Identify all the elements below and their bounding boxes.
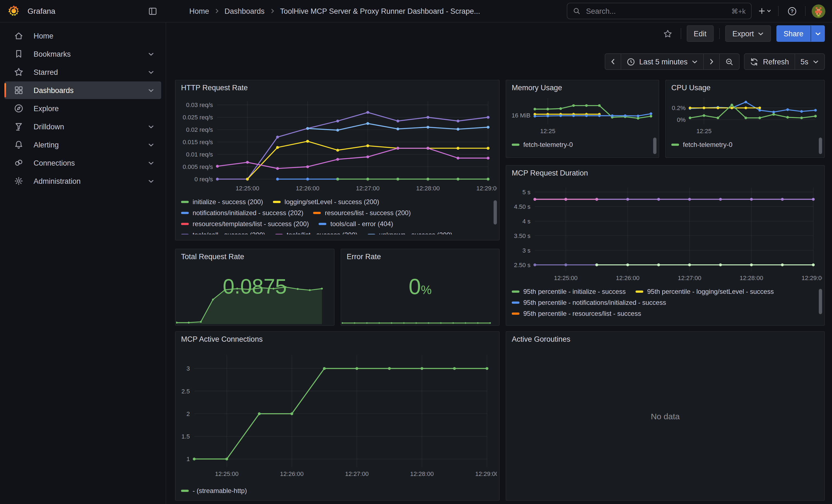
sidebar-item-bookmarks[interactable]: Bookmarks bbox=[4, 45, 161, 63]
edit-button[interactable]: Edit bbox=[686, 25, 714, 42]
sidebar-item-administration[interactable]: Administration bbox=[4, 172, 161, 190]
sidebar-item-drilldown[interactable]: Drilldown bbox=[4, 118, 161, 135]
legend-scrollbar[interactable] bbox=[653, 137, 656, 154]
cpu-usage-chart[interactable]: 12:250.2%0% bbox=[668, 94, 822, 137]
sidebar-item-starred[interactable]: Starred bbox=[4, 63, 161, 81]
svg-text:16 MiB: 16 MiB bbox=[512, 112, 530, 119]
sidebar-item-alerting[interactable]: Alerting bbox=[4, 136, 161, 154]
http-request-rate-chart[interactable]: 12:25:0012:26:0012:27:0012:28:0012:29:00… bbox=[178, 97, 497, 195]
panel-title[interactable]: MCP Request Duration bbox=[506, 166, 824, 181]
share-menu-button[interactable] bbox=[810, 25, 825, 42]
error-rate-sparkline bbox=[342, 314, 498, 325]
legend-series-label: tools/call - error (404) bbox=[331, 220, 393, 228]
panel-title[interactable]: Error Rate bbox=[341, 249, 499, 265]
time-shift-back-button[interactable] bbox=[604, 53, 621, 70]
legend-item[interactable]: initialize - success (200) bbox=[181, 198, 263, 206]
legend-item[interactable]: - (streamable-http) bbox=[181, 487, 247, 495]
breadcrumb-dashboards[interactable]: Dashboards bbox=[225, 7, 265, 15]
grafana-logo-icon[interactable] bbox=[7, 4, 21, 18]
legend-item[interactable]: 95th percentile - logging/setLevel - suc… bbox=[635, 288, 774, 295]
expand-chevron-icon[interactable] bbox=[145, 66, 157, 78]
legend-item[interactable]: tools/list - success (200) bbox=[275, 231, 357, 234]
time-controls: Last 5 minutes Refresh 5s bbox=[166, 53, 832, 71]
chevron-down-icon bbox=[758, 32, 764, 35]
legend-item[interactable]: unknown - success (200) bbox=[368, 231, 452, 234]
legend-scrollbar[interactable] bbox=[494, 200, 497, 224]
legend-item[interactable]: fetch-telemetry-0 bbox=[512, 141, 573, 149]
topbar-actions: ⌘+k ? bbox=[567, 3, 832, 19]
legend-scrollbar[interactable] bbox=[819, 137, 822, 154]
expand-chevron-icon[interactable] bbox=[145, 121, 157, 133]
gear-icon bbox=[14, 176, 24, 186]
dock-menu-icon[interactable] bbox=[145, 4, 160, 18]
dashboard-toolbar: Edit Export Share bbox=[166, 25, 832, 43]
expand-chevron-icon[interactable] bbox=[145, 48, 157, 60]
expand-chevron-icon[interactable] bbox=[145, 139, 157, 151]
sidebar-item-home[interactable]: Home bbox=[4, 27, 161, 45]
chevron-left-icon bbox=[610, 58, 615, 65]
legend-item[interactable]: tools/call - success (200) bbox=[181, 231, 265, 234]
legend-series-label: notifications/initialized - success (202… bbox=[192, 209, 304, 217]
sidebar-item-connections[interactable]: Connections bbox=[4, 154, 161, 172]
sidebar-item-label: Explore bbox=[33, 104, 157, 112]
sidebar-item-dashboards[interactable]: Dashboards bbox=[4, 81, 161, 99]
svg-text:12:27:00: 12:27:00 bbox=[356, 185, 380, 192]
legend-item[interactable]: 95th percentile - resources/templates/li… bbox=[512, 321, 672, 322]
svg-text:12:28:00: 12:28:00 bbox=[739, 274, 763, 282]
svg-text:1.5: 1.5 bbox=[181, 433, 190, 440]
legend-series-label: initialize - success (200) bbox=[192, 198, 263, 206]
legend-series-label: - (streamable-http) bbox=[192, 487, 247, 495]
expand-chevron-icon[interactable] bbox=[145, 175, 157, 187]
legend-series-chip bbox=[273, 201, 281, 203]
legend-item[interactable]: 95th percentile - initialize - success bbox=[512, 288, 626, 295]
svg-text:0.01 req/s: 0.01 req/s bbox=[186, 151, 213, 158]
panel-title[interactable]: Total Request Rate bbox=[176, 249, 334, 265]
brand-section: Grafana bbox=[0, 4, 166, 18]
time-shift-forward-button[interactable] bbox=[703, 53, 720, 70]
svg-text:?: ? bbox=[790, 8, 794, 14]
panel-http-request-rate: HTTP Request Rate 12:25:0012:26:0012:27:… bbox=[175, 80, 500, 240]
zoom-out-icon bbox=[726, 57, 734, 66]
refresh-button[interactable]: Refresh bbox=[744, 53, 795, 70]
user-avatar[interactable] bbox=[812, 4, 825, 18]
mcp-active-connections-chart[interactable]: 12:25:0012:26:0012:27:0012:28:0012:29:00… bbox=[178, 348, 497, 482]
panel-title[interactable]: HTTP Request Rate bbox=[176, 80, 499, 96]
legend-item[interactable]: 95th percentile - resources/list - succe… bbox=[512, 310, 641, 317]
sidebar-item-explore[interactable]: Explore bbox=[4, 100, 161, 117]
share-button[interactable]: Share bbox=[776, 25, 810, 42]
help-icon[interactable]: ? bbox=[785, 4, 799, 18]
legend-item[interactable]: logging/setLevel - success (200) bbox=[273, 198, 379, 206]
legend-item[interactable]: notifications/initialized - success (202… bbox=[181, 209, 304, 217]
legend-series-chip bbox=[181, 490, 189, 492]
memory-usage-chart[interactable]: 12:2516 MiB bbox=[509, 94, 656, 137]
export-button[interactable]: Export bbox=[725, 25, 771, 42]
legend-item[interactable]: fetch-telemetry-0 bbox=[671, 141, 732, 149]
sidebar-item-label: Drilldown bbox=[33, 123, 145, 131]
search-input[interactable] bbox=[585, 6, 727, 16]
no-data-message: No data bbox=[506, 332, 824, 500]
legend-item[interactable]: resources/list - success (200) bbox=[313, 209, 411, 217]
legend-item[interactable]: tools/call - error (404) bbox=[319, 220, 393, 228]
add-new-button[interactable] bbox=[758, 4, 772, 18]
expand-chevron-icon[interactable] bbox=[145, 157, 157, 169]
svg-text:12:28:00: 12:28:00 bbox=[416, 185, 440, 192]
refresh-interval-picker[interactable]: 5s bbox=[794, 53, 825, 70]
panel-title[interactable]: MCP Active Connections bbox=[176, 332, 499, 347]
sidebar-item-label: Home bbox=[33, 32, 157, 40]
svg-text:12:29:00: 12:29:00 bbox=[802, 274, 822, 282]
expand-chevron-icon[interactable] bbox=[145, 84, 157, 96]
zoom-out-time-button[interactable] bbox=[720, 53, 740, 70]
svg-text:3: 3 bbox=[186, 365, 190, 372]
search-box[interactable]: ⌘+k bbox=[567, 3, 752, 19]
legend-scrollbar[interactable] bbox=[819, 289, 822, 314]
svg-text:0.2%: 0.2% bbox=[672, 105, 686, 111]
time-range-picker[interactable]: Last 5 minutes bbox=[620, 53, 704, 70]
favorite-star-icon[interactable] bbox=[660, 26, 675, 41]
duration-legend: 95th percentile - initialize - success95… bbox=[512, 288, 818, 322]
breadcrumb-home[interactable]: Home bbox=[189, 7, 209, 15]
search-icon bbox=[573, 7, 580, 15]
panel-memory-usage: Memory Usage 12:2516 MiB fetch-telemetry… bbox=[506, 80, 659, 158]
mcp-request-duration-chart[interactable]: 12:25:0012:26:0012:27:0012:28:0012:29:00… bbox=[509, 182, 822, 285]
legend-item[interactable]: resources/templates/list - success (200) bbox=[181, 220, 309, 228]
legend-item[interactable]: 95th percentile - notifications/initiali… bbox=[512, 299, 666, 307]
